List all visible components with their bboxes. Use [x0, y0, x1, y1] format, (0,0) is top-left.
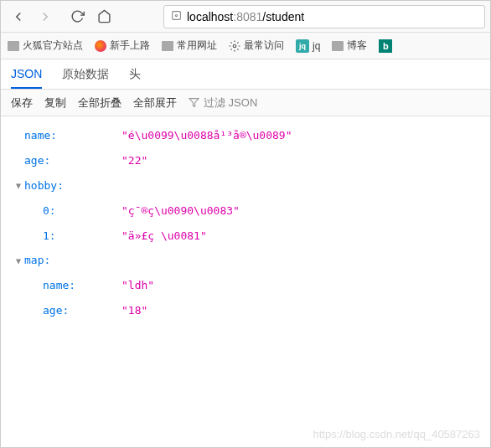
forward-button[interactable]	[33, 4, 58, 29]
json-value: "18"	[121, 298, 147, 323]
svg-rect-0	[173, 11, 181, 19]
home-button[interactable]	[91, 4, 116, 29]
json-tree: name: "é\u0099\u0088å¹³å®\u0089" age: "2…	[1, 116, 490, 330]
firefox-icon	[95, 40, 106, 52]
collapse-all-button[interactable]: 全部折叠	[78, 95, 121, 111]
url-bar[interactable]: localhost:8081/student	[163, 5, 485, 28]
chevron-down-icon[interactable]: ▼	[13, 248, 24, 273]
folder-icon	[162, 41, 173, 51]
json-row[interactable]: 0: "ç¯®ç\u0090\u0083"	[1, 198, 490, 224]
bookmark-item[interactable]: b	[379, 39, 392, 53]
json-key: hobby:	[24, 173, 121, 198]
json-key: 1:	[43, 224, 121, 249]
tab-headers[interactable]: 头	[129, 60, 141, 89]
svg-point-2	[233, 44, 236, 48]
json-value: "ldh"	[121, 273, 154, 298]
viewer-tabs: JSON 原始数据 头	[1, 59, 490, 90]
viewer-toolbar: 保存 复制 全部折叠 全部展开 过滤 JSON	[1, 90, 490, 116]
json-value: "22"	[121, 148, 147, 173]
json-row-expandable[interactable]: ▼ map:	[1, 248, 490, 273]
json-key: age:	[24, 148, 121, 173]
tab-json[interactable]: JSON	[11, 60, 42, 89]
bing-icon: b	[379, 39, 392, 53]
json-key: map:	[24, 248, 121, 273]
bookmark-item[interactable]: 常用网址	[162, 39, 217, 53]
json-value: "ç¯®ç\u0090\u0083"	[121, 198, 240, 224]
json-row[interactable]: 1: "ä»£ç \u0081"	[1, 224, 490, 249]
json-key: name:	[24, 123, 121, 148]
json-key: 0:	[43, 198, 121, 224]
json-row[interactable]: name: "ldh"	[1, 273, 490, 298]
bookmarks-toolbar: 火狐官方站点 新手上路 常用网址 最常访问 jqjq 博客 b	[1, 33, 490, 59]
json-row[interactable]: age: "18"	[1, 298, 490, 323]
filter-input[interactable]: 过滤 JSON	[189, 95, 257, 111]
watermark: https://blog.csdn.net/qq_40587263	[313, 428, 481, 440]
chevron-down-icon[interactable]: ▼	[13, 173, 24, 198]
bookmark-item[interactable]: 博客	[332, 39, 367, 53]
json-row-expandable[interactable]: ▼ hobby:	[1, 173, 490, 198]
json-row[interactable]: name: "é\u0099\u0088å¹³å®\u0089"	[1, 123, 490, 148]
bookmark-item[interactable]: 新手上路	[95, 39, 150, 53]
json-row[interactable]: age: "22"	[1, 148, 490, 173]
json-key: age:	[43, 298, 121, 323]
folder-icon	[8, 41, 19, 51]
jq-icon: jq	[296, 39, 309, 53]
bookmark-item[interactable]: 火狐官方站点	[8, 39, 83, 53]
expand-all-button[interactable]: 全部展开	[133, 95, 177, 111]
bookmark-item[interactable]: jqjq	[296, 39, 320, 53]
lock-icon	[171, 10, 182, 23]
folder-icon	[332, 41, 344, 51]
json-key: name:	[43, 273, 121, 298]
back-button[interactable]	[6, 4, 31, 29]
filter-placeholder: 过滤 JSON	[204, 95, 257, 111]
url-text: localhost:8081/student	[187, 10, 304, 23]
json-value: "é\u0099\u0088å¹³å®\u0089"	[121, 123, 292, 148]
save-button[interactable]: 保存	[11, 95, 33, 111]
reload-button[interactable]	[65, 4, 90, 29]
svg-marker-3	[189, 99, 199, 107]
json-value: "ä»£ç \u0081"	[121, 224, 207, 249]
gear-icon	[229, 40, 240, 52]
svg-point-1	[175, 14, 177, 16]
filter-icon	[189, 97, 199, 108]
tab-raw[interactable]: 原始数据	[62, 60, 109, 89]
copy-button[interactable]: 复制	[44, 95, 66, 111]
bookmark-item[interactable]: 最常访问	[229, 39, 284, 53]
browser-nav-bar: localhost:8081/student	[1, 1, 490, 33]
